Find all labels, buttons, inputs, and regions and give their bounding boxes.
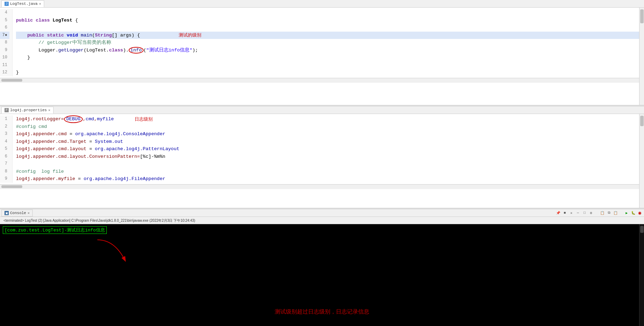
console-file-icon: ▣ (5, 211, 9, 215)
debug-circle: DEBUG (64, 115, 83, 123)
ln-11: 11 (0, 62, 9, 69)
ln-6: 6 (0, 24, 9, 32)
ln-9: 9 (0, 47, 9, 54)
console-arrow-container (94, 238, 136, 267)
console-toolbar: 📌 ■ ✕ — □ ⚙ 📋 ⧉ 📋 ▶ 🐛 ◉ (555, 210, 643, 216)
pln-9: 9 (0, 175, 9, 183)
props-tab-label: log4j.properties (10, 108, 47, 112)
console-tab-close[interactable]: ✕ (27, 211, 30, 215)
console-tab-label: Console (10, 211, 26, 215)
pln-7: 7 (0, 160, 9, 168)
editor-code-area: 4 5 6 7● 8 9 10 11 12 public class LogTe… (0, 8, 644, 78)
props-line-4: log4j.appender.cmd.Target = System.out (16, 138, 644, 146)
console-maximize-icon[interactable]: □ (582, 210, 587, 216)
console-output-line: [com.zuo.test.LogTest]-测试日志info信息 (3, 226, 641, 234)
console-panel: [com.zuo.test.LogTest]-测试日志info信息 测试级别超过… (0, 224, 644, 326)
props-hscroll-thumb[interactable] (1, 185, 22, 188)
console-paste-icon[interactable]: 📋 (613, 210, 618, 216)
props-line-8: #config log file (16, 168, 644, 176)
props-line-1: log4j.rootLogger=DEBUG,cmd,myfile 日志级别 (16, 115, 644, 123)
console-annotation-container: 测试级别超过日志级别，日志记录信息 (0, 308, 644, 316)
props-vscroll-thumb[interactable] (640, 116, 644, 126)
ln-8: 8 (0, 39, 9, 47)
code-line-9: Logger.getLogger(LogTest.class).info("测试… (16, 47, 644, 54)
editor-tab[interactable]: J LogTest.java ✕ (1, 0, 44, 7)
console-annotation-text: 测试级别超过日志级别，日志记录信息 (275, 309, 369, 315)
console-vscrollbar[interactable] (639, 224, 644, 326)
editor-tab-bar: J LogTest.java ✕ (0, 0, 644, 8)
props-line-numbers: 1 2 3 4 5 6 7 8 9 (0, 115, 13, 183)
console-stop-icon[interactable]: ■ (562, 210, 567, 216)
editor-hscrollbar[interactable] (0, 78, 644, 83)
props-code-area: 1 2 3 4 5 6 7 8 9 log4j.rootLogger=DEBUG… (0, 114, 644, 184)
console-tab-left: ▣ Console ✕ (1, 210, 33, 217)
props-line-5: log4j.appender.cmd.layout = org.apache.l… (16, 145, 644, 153)
props-tab[interactable]: P log4j.properties ✕ (1, 107, 54, 114)
console-new-icon[interactable]: 📋 (599, 210, 605, 216)
annotation-test-level: 测试的级别 (179, 32, 201, 38)
console-output-area[interactable]: [com.zuo.test.LogTest]-测试日志info信息 测试级别超过… (0, 224, 644, 326)
editor-code-lines: public class LogTest { public static voi… (13, 9, 644, 76)
editor-vscrollbar[interactable] (639, 8, 644, 105)
console-settings-icon[interactable]: ⚙ (588, 210, 594, 216)
editor-tab-close[interactable]: ✕ (39, 2, 41, 6)
code-line-11 (16, 62, 644, 69)
code-line-10: } (16, 54, 644, 62)
console-status-text: <terminated> LogTest (2) [Java Applicati… (2, 218, 196, 223)
console-vscroll-thumb[interactable] (640, 226, 644, 233)
props-line-6: log4j.appender.cmd.layout.ConversionPatt… (16, 153, 644, 161)
pln-2: 2 (0, 123, 9, 131)
props-line-7 (16, 160, 644, 168)
props-tab-close[interactable]: ✕ (48, 108, 50, 112)
props-line-2: #config cmd (16, 123, 644, 131)
props-code-lines: log4j.rootLogger=DEBUG,cmd,myfile 日志级别 #… (13, 115, 644, 183)
ln-12: 12 (0, 69, 9, 76)
pln-8: 8 (0, 168, 9, 176)
editor-tab-label: LogTest.java (10, 2, 38, 6)
console-tab-bar: ▣ Console ✕ 📌 ■ ✕ — □ ⚙ 📋 ⧉ 📋 ▶ 🐛 ◉ (0, 209, 644, 217)
props-panel: 1 2 3 4 5 6 7 8 9 log4j.rootLogger=DEBUG… (0, 114, 644, 208)
props-hscrollbar[interactable] (0, 184, 644, 189)
editor-vscroll-thumb[interactable] (640, 9, 644, 23)
console-toolbar-end: ◉ (637, 210, 643, 216)
code-line-4 (16, 9, 644, 17)
editor-panel: 4 5 6 7● 8 9 10 11 12 public class LogTe… (0, 8, 644, 105)
ln-4: 4 (0, 9, 9, 17)
console-output-text: [com.zuo.test.LogTest]-测试日志info信息 (3, 226, 107, 234)
java-file-icon: J (5, 2, 9, 6)
console-copy-icon[interactable]: ⧉ (606, 210, 612, 216)
props-line-9: log4j.appender.myfile = org.apache.log4j… (16, 175, 644, 183)
console-pin-icon[interactable]: 📌 (555, 210, 561, 216)
ln-5: 5 (0, 17, 9, 24)
pln-4: 4 (0, 138, 9, 146)
console-close-icon[interactable]: ✕ (569, 210, 574, 216)
info-circle: info (129, 47, 143, 54)
ln-7: 7● (0, 32, 9, 39)
editor-hscroll-thumb[interactable] (1, 79, 22, 82)
console-status-bar: <terminated> LogTest (2) [Java Applicati… (0, 217, 644, 224)
ln-10: 10 (0, 54, 9, 62)
console-debug-icon[interactable]: 🐛 (630, 210, 636, 216)
code-line-8: // getLogger中写当前类的名称 (16, 39, 644, 47)
props-vscrollbar[interactable] (639, 114, 644, 208)
console-minimize-icon[interactable]: — (575, 210, 581, 216)
code-line-5: public class LogTest { (16, 17, 644, 24)
props-tab-bar: P log4j.properties ✕ (0, 106, 644, 114)
console-tab[interactable]: ▣ Console ✕ (1, 210, 33, 217)
pln-5: 5 (0, 145, 9, 153)
code-line-6 (16, 24, 644, 32)
editor-line-numbers: 4 5 6 7● 8 9 10 11 12 (0, 9, 13, 76)
console-run-icon[interactable]: ▶ (624, 210, 629, 216)
props-line-3: log4j.appender.cmd = org.apache.log4j.Co… (16, 130, 644, 138)
code-line-7: public static void main(String[] args) {… (16, 32, 644, 39)
pln-1: 1 (0, 115, 9, 123)
code-line-12: } (16, 69, 644, 76)
annotation-log-level: 日志级别 (135, 116, 153, 122)
console-arrow-svg (94, 238, 136, 266)
props-file-icon: P (5, 108, 9, 112)
pln-3: 3 (0, 130, 9, 138)
pln-6: 6 (0, 153, 9, 161)
